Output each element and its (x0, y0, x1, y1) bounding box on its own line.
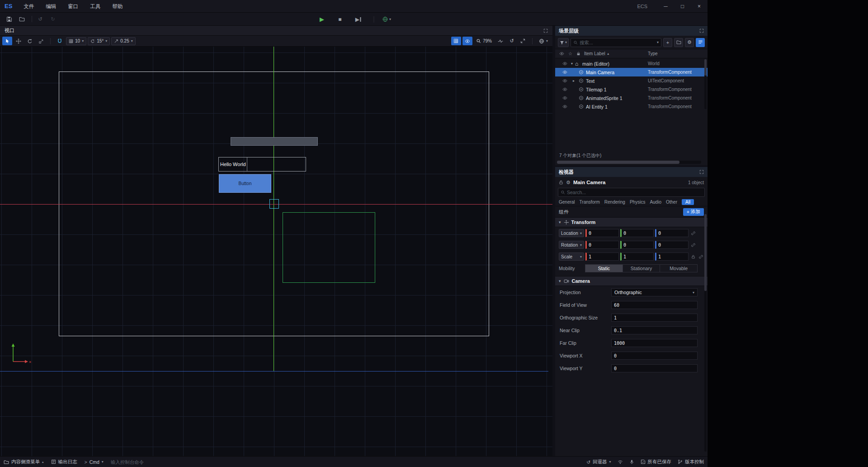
lock-icon[interactable] (559, 180, 563, 185)
transform-section-header[interactable]: ▾ Transform (555, 217, 708, 227)
visibility-eye-icon[interactable] (562, 78, 569, 83)
move-tool-button[interactable] (14, 37, 24, 45)
content-drawer-button[interactable]: 内容侧滑菜单 ▴ (4, 459, 44, 465)
visibility-eye-icon[interactable] (562, 95, 569, 100)
network-mode-dropdown[interactable]: ▾ (382, 16, 391, 22)
link-axes-icon[interactable] (690, 231, 696, 236)
mobility-movable-option[interactable]: Movable (660, 264, 698, 272)
scene-slider-widget[interactable] (231, 137, 318, 146)
scrollbar-thumb[interactable] (704, 214, 707, 291)
scale-snap-dropdown[interactable]: 0.25 ▾ (111, 37, 135, 45)
close-button[interactable]: × (691, 0, 708, 13)
location-y-field[interactable] (620, 229, 654, 237)
grid-snap-dropdown[interactable]: 10 ▾ (66, 37, 86, 45)
minimize-button[interactable]: ─ (657, 0, 674, 13)
tab-all[interactable]: All (682, 199, 694, 205)
console-command-input[interactable] (111, 459, 201, 465)
rotation-snap-dropdown[interactable]: 15° ▾ (88, 37, 110, 45)
stats-icon[interactable] (495, 37, 505, 45)
play-button[interactable]: ▶ (316, 14, 327, 25)
save-status[interactable]: 所有已保存 (641, 459, 672, 465)
open-folder-icon[interactable] (16, 14, 27, 24)
inspector-scrollbar[interactable] (704, 214, 707, 452)
hierarchy-row-world[interactable]: ▾ ⌂ main (Editor) World (555, 59, 708, 68)
gizmo-visibility-button[interactable] (462, 37, 472, 45)
rotation-y-field[interactable] (620, 241, 654, 249)
redo-icon[interactable]: ↻ (47, 14, 58, 24)
menu-help[interactable]: 帮助 (106, 0, 128, 13)
hierarchy-view-mode-button[interactable] (696, 38, 705, 47)
scale-y-field[interactable] (620, 253, 654, 261)
hierarchy-settings-button[interactable]: ⚙ (685, 38, 694, 47)
viewport-x-field[interactable] (611, 352, 698, 360)
favorite-column-star-icon[interactable]: ☆ (568, 51, 572, 56)
reset-view-icon[interactable]: ↺ (507, 37, 517, 45)
hierarchy-row-ai-entity[interactable]: AI Entity 1 TransformComponent (555, 102, 708, 111)
tab-rendering[interactable]: Rendering (604, 200, 625, 205)
column-item-label[interactable]: Item Label▲ (584, 51, 610, 56)
lock-column-icon[interactable] (576, 52, 580, 56)
menu-window[interactable]: 窗口 (62, 0, 84, 13)
viewport-y-field[interactable] (611, 364, 698, 372)
mobility-static-option[interactable]: Static (585, 264, 623, 272)
scale-x-field[interactable] (585, 253, 619, 261)
column-type[interactable]: Type (648, 51, 658, 56)
expand-panel-icon[interactable] (543, 29, 548, 33)
rotation-mode-dropdown[interactable]: Rotation▾ (559, 241, 584, 249)
history-dropdown[interactable]: ↺ 回退器 ▾ (586, 459, 611, 465)
scrollbar-thumb[interactable] (704, 59, 707, 76)
select-tool-button[interactable] (2, 37, 12, 45)
location-mode-dropdown[interactable]: Location▾ (559, 229, 584, 237)
scale-z-field[interactable] (655, 253, 689, 261)
visibility-eye-icon[interactable] (562, 61, 569, 66)
hierarchy-row-animatedsprite[interactable]: AnimatedSprite 1 TransformComponent (555, 94, 708, 102)
hierarchy-search-input[interactable] (580, 40, 655, 45)
stop-button[interactable]: ■ (335, 14, 345, 25)
scene-text-widget[interactable]: Hello World (218, 157, 306, 172)
hierarchy-row-main-camera[interactable]: Main Camera TransformComponent (555, 68, 708, 76)
location-z-field[interactable] (655, 229, 689, 237)
camera-section-header[interactable]: ▾ Camera (555, 276, 708, 286)
new-folder-button[interactable] (674, 38, 683, 47)
undo-icon[interactable]: ↺ (35, 14, 46, 24)
menu-edit[interactable]: 编辑 (40, 0, 62, 13)
inspector-search-input[interactable] (567, 190, 702, 195)
tab-general[interactable]: General (559, 200, 575, 205)
tab-transform[interactable]: Transform (580, 200, 600, 205)
tab-audio[interactable]: Audio (650, 200, 661, 205)
expand-panel-icon[interactable] (699, 29, 704, 33)
menu-tools[interactable]: 工具 (84, 0, 106, 13)
menu-file[interactable]: 文件 (18, 0, 40, 13)
scale-mode-dropdown[interactable]: Scale▾ (559, 253, 584, 261)
hierarchy-horizontal-scrollbar[interactable] (557, 161, 701, 164)
lock-scale-icon[interactable] (690, 255, 696, 259)
location-x-field[interactable] (585, 229, 619, 237)
field-of-view-field[interactable] (611, 301, 698, 309)
filter-dropdown[interactable]: ▾ (558, 38, 569, 47)
hierarchy-vertical-scrollbar[interactable] (704, 59, 707, 109)
visibility-column-eye-icon[interactable] (559, 51, 564, 56)
near-clip-field[interactable] (611, 326, 698, 334)
mobility-stationary-option[interactable]: Stationary (623, 264, 660, 272)
visibility-eye-icon[interactable] (562, 87, 569, 92)
collapse-caret-icon[interactable]: ▾ (569, 62, 575, 66)
visibility-eye-icon[interactable] (562, 70, 569, 75)
add-component-button[interactable]: + 添加 (683, 208, 704, 216)
projection-dropdown[interactable]: Orthographic ▾ (611, 288, 698, 296)
link-axes-icon[interactable] (698, 254, 704, 259)
tab-physics[interactable]: Physics (630, 200, 645, 205)
fullscreen-icon[interactable] (518, 37, 528, 45)
scene-button-widget[interactable]: Button (219, 174, 271, 193)
scrollbar-thumb[interactable] (557, 161, 679, 164)
tab-other[interactable]: Other (666, 200, 677, 205)
output-log-button[interactable]: 输出日志 (51, 459, 77, 465)
save-icon[interactable] (4, 14, 14, 24)
snap-toggle-icon[interactable] (55, 37, 65, 45)
collapse-caret-icon[interactable]: ▾ (559, 220, 561, 224)
inspector-search[interactable] (558, 188, 705, 197)
version-control-button[interactable]: 版本控制 (678, 459, 704, 465)
cmd-dropdown[interactable]: > Cmd ▾ (85, 459, 104, 465)
hierarchy-column-header[interactable]: ☆ Item Label▲ Type (555, 49, 708, 58)
origin-selection-box[interactable] (269, 199, 279, 209)
zoom-indicator[interactable]: 79% (474, 37, 494, 45)
